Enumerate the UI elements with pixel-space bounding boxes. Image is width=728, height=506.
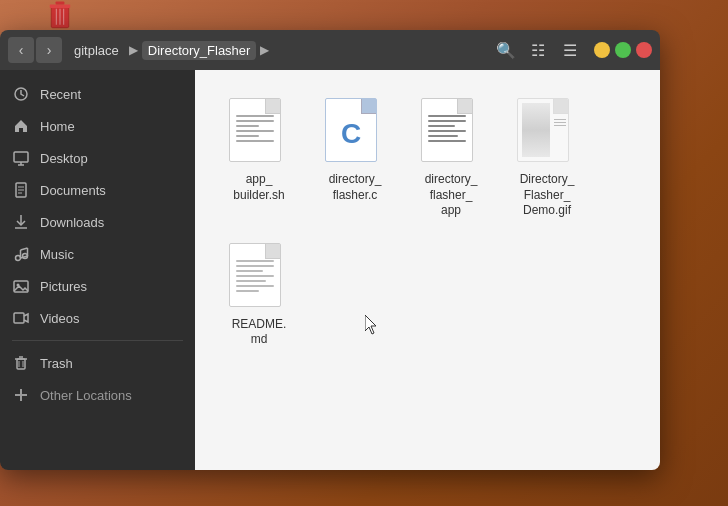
file-item-directory-flasher-gif[interactable]: Directory_Flasher_Demo.gif [503, 90, 591, 227]
sidebar-label-home: Home [40, 119, 75, 134]
file-manager-window: ‹ › gitplace ▶ Directory_Flasher ▶ 🔍 ☷ ☰ [0, 30, 660, 470]
svg-rect-24 [14, 313, 24, 323]
main-content: Recent Home Desktop Documents [0, 70, 660, 470]
file-label-app-builder: app_ builder.sh [219, 172, 299, 203]
file-item-app-builder[interactable]: app_ builder.sh [215, 90, 303, 227]
breadcrumb-directory-flasher[interactable]: Directory_Flasher [142, 41, 257, 60]
menu-button[interactable]: ☰ [556, 36, 584, 64]
breadcrumb-end-separator: ▶ [260, 43, 269, 57]
sidebar-label-downloads: Downloads [40, 215, 104, 230]
mouse-cursor [365, 315, 379, 335]
file-label-readme: README.md [232, 317, 287, 348]
maximize-button[interactable] [615, 42, 631, 58]
svg-rect-25 [17, 359, 25, 369]
svg-rect-2 [56, 1, 65, 4]
sidebar-item-desktop[interactable]: Desktop [0, 142, 195, 174]
recent-icon [12, 85, 30, 103]
file-icon-directory-flasher-gif [517, 98, 577, 168]
forward-button[interactable]: › [36, 37, 62, 63]
music-icon [12, 245, 30, 263]
file-label-directory-flasher-gif: Directory_Flasher_Demo.gif [520, 172, 575, 219]
nav-buttons: ‹ › [8, 37, 62, 63]
svg-rect-22 [14, 281, 28, 292]
sidebar-item-music[interactable]: Music [0, 238, 195, 270]
file-icon-app-builder [229, 98, 289, 168]
svg-line-21 [21, 248, 28, 250]
forward-icon: › [47, 42, 52, 58]
pictures-icon [12, 277, 30, 295]
desktop-nav-icon [12, 149, 30, 167]
titlebar-actions: 🔍 ☷ ☰ [492, 36, 584, 64]
file-icon-directory-flasher-app [421, 98, 481, 168]
breadcrumb-gitplace[interactable]: gitplace [68, 41, 125, 60]
trash-nav-icon [12, 354, 30, 372]
sidebar-label-trash: Trash [40, 356, 73, 371]
back-icon: ‹ [19, 42, 24, 58]
videos-icon [12, 309, 30, 327]
svg-rect-1 [50, 4, 70, 8]
file-item-directory-flasher-app[interactable]: directory_flasher_app [407, 90, 495, 227]
sidebar-label-videos: Videos [40, 311, 80, 326]
menu-icon: ☰ [563, 41, 577, 60]
files-area: app_ builder.sh C directory_flasher.c [195, 70, 660, 470]
c-file-letter: C [341, 118, 361, 150]
file-item-directory-flasher-c[interactable]: C directory_flasher.c [311, 90, 399, 227]
home-icon [12, 117, 30, 135]
downloads-icon [12, 213, 30, 231]
sidebar-label-pictures: Pictures [40, 279, 87, 294]
sidebar-item-videos[interactable]: Videos [0, 302, 195, 334]
sidebar-label-recent: Recent [40, 87, 81, 102]
view-options-button[interactable]: ☷ [524, 36, 552, 64]
sidebar-item-documents[interactable]: Documents [0, 174, 195, 206]
search-icon: 🔍 [496, 41, 516, 60]
sidebar-item-downloads[interactable]: Downloads [0, 206, 195, 238]
minimize-button[interactable] [594, 42, 610, 58]
sidebar: Recent Home Desktop Documents [0, 70, 195, 470]
breadcrumb: gitplace ▶ Directory_Flasher ▶ [68, 41, 486, 60]
file-label-directory-flasher-app: directory_flasher_app [425, 172, 478, 219]
sidebar-label-desktop: Desktop [40, 151, 88, 166]
sidebar-label-documents: Documents [40, 183, 106, 198]
view-options-icon: ☷ [531, 41, 545, 60]
back-button[interactable]: ‹ [8, 37, 34, 63]
close-button[interactable] [636, 42, 652, 58]
sidebar-item-home[interactable]: Home [0, 110, 195, 142]
sidebar-item-recent[interactable]: Recent [0, 78, 195, 110]
file-item-readme[interactable]: README.md [215, 235, 303, 356]
cursor-position [365, 315, 379, 339]
file-label-directory-flasher-c: directory_flasher.c [329, 172, 382, 203]
add-location-icon [12, 386, 30, 404]
documents-icon [12, 181, 30, 199]
window-controls [594, 42, 652, 58]
search-button[interactable]: 🔍 [492, 36, 520, 64]
svg-rect-7 [14, 152, 28, 162]
sidebar-item-other-locations[interactable]: Other Locations [0, 379, 195, 411]
titlebar: ‹ › gitplace ▶ Directory_Flasher ▶ 🔍 ☷ ☰ [0, 30, 660, 70]
sidebar-item-trash[interactable]: Trash [0, 347, 195, 379]
file-icon-directory-flasher-c: C [325, 98, 385, 168]
file-icon-readme [229, 243, 289, 313]
sidebar-label-other-locations: Other Locations [40, 388, 132, 403]
breadcrumb-separator: ▶ [129, 43, 138, 57]
sidebar-label-music: Music [40, 247, 74, 262]
sidebar-item-pictures[interactable]: Pictures [0, 270, 195, 302]
sidebar-separator [12, 340, 183, 341]
